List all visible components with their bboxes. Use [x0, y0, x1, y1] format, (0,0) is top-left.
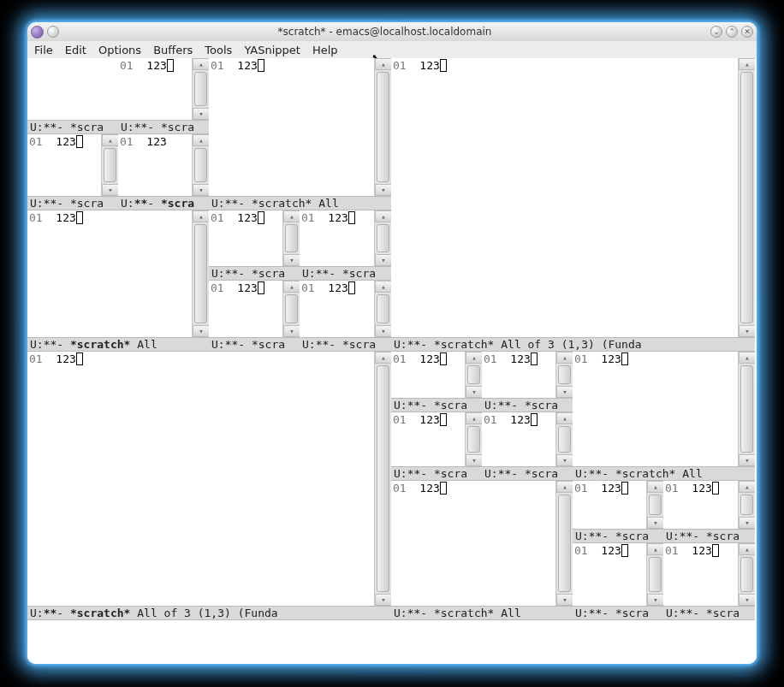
modeline: U:**- *scratch* All of 3 (1,3) (Funda — [27, 606, 391, 620]
pane[interactable]: 01 123 ▴▾ — [27, 352, 391, 606]
modeline: U:**- *scratch* All — [209, 196, 391, 210]
sticky-button[interactable] — [47, 26, 59, 38]
modeline: U:**- *scra — [300, 337, 391, 352]
modeline: U:**- *scra — [27, 196, 118, 210]
modeline: U:**- *scratch* All — [27, 337, 209, 352]
modeline: U:**- *scra — [391, 398, 482, 412]
pane[interactable]: 01 123 ▴▾ — [391, 481, 573, 606]
menu-buffers[interactable]: Buffers — [148, 42, 198, 58]
modeline: U:**- *scra — [118, 120, 209, 134]
menu-yasnippet[interactable]: YASnippet — [239, 42, 306, 58]
pane[interactable]: 01 123 ▴▾ — [209, 58, 391, 196]
minimize-button[interactable]: ⌄ — [710, 26, 722, 38]
modeline: U:**- *scra — [27, 120, 118, 134]
pane[interactable]: 01 123 ▴▾ — [573, 481, 663, 529]
scrollbar[interactable]: ▴▾ — [192, 58, 209, 120]
window-frame: *scratch* - emacs@localhost.localdomain … — [27, 22, 757, 664]
pane[interactable]: 01 123 ▴▾ — [27, 134, 118, 196]
pane[interactable]: 01 123 ▴▾ — [118, 58, 209, 120]
pane[interactable]: 01 123 ▴▾ — [573, 352, 755, 466]
titlebar[interactable]: *scratch* - emacs@localhost.localdomain … — [27, 22, 757, 41]
modeline: U:**- *scratch* All of 3 (1,3) (Funda — [391, 337, 755, 352]
modeline: U:**- *scra — [118, 196, 209, 210]
pane[interactable]: 01 123 ▴▾ — [27, 210, 209, 337]
modeline: U:**- *scra — [482, 398, 573, 412]
modeline: U:**- *scra — [482, 466, 573, 481]
menu-tools[interactable]: Tools — [199, 42, 237, 58]
modeline: U:**- *scra — [209, 266, 300, 281]
modeline: U:**- *scra — [663, 606, 755, 620]
menu-bar[interactable]: File Edit Options Buffers Tools YASnippe… — [27, 41, 757, 58]
menu-file[interactable]: File — [29, 42, 58, 58]
modeline: U:**- *scra — [663, 529, 755, 543]
modeline: U:**- *scra — [300, 266, 391, 281]
pane[interactable]: 01 123 ▴▾ — [209, 281, 300, 337]
modeline: U:**- *scra — [391, 466, 482, 481]
pane[interactable]: 01 123 ▴▾ — [209, 210, 300, 266]
pane[interactable]: 01 123 ▴▾ — [573, 543, 663, 606]
pane[interactable]: 01 123 ▴▾ — [300, 281, 391, 337]
minibuffer[interactable] — [27, 649, 757, 664]
modeline: U:**- *scra — [573, 606, 663, 620]
pane[interactable]: 01 123 ▴▾ — [391, 58, 755, 337]
pane[interactable]: 01 123 ▴▾ — [391, 352, 482, 398]
close-button[interactable]: ✕ — [741, 26, 753, 38]
pane[interactable]: 01 123 ▴▾ — [482, 352, 573, 398]
menu-options[interactable]: Options — [93, 42, 146, 58]
modeline: U:**- *scratch* All — [391, 606, 573, 620]
pane[interactable]: 01 123 ▴▾ — [391, 412, 482, 466]
menu-edit[interactable]: Edit — [60, 42, 92, 58]
pane[interactable]: 01 123 ▴▾ — [663, 543, 755, 606]
app-menu-icon[interactable] — [31, 26, 44, 38]
modeline: U:**- *scra — [573, 529, 663, 543]
window-title: *scratch* - emacs@localhost.localdomain — [59, 26, 710, 38]
pane[interactable]: 01 123 ▴▾ — [663, 481, 755, 529]
pane[interactable]: 01 123 ▴▾ — [482, 412, 573, 466]
pane[interactable]: 01 123 ▴▾ — [300, 210, 391, 266]
modeline: U:**- *scra — [209, 337, 300, 352]
menu-help[interactable]: Help — [307, 42, 343, 58]
pane[interactable]: 01 123 ▴▾ — [118, 134, 209, 196]
emacs-area: ⬉ 01 123 ▴▾ 01 123 ▴▾ U:**- *scra U:**- … — [27, 58, 757, 664]
modeline: U:**- *scratch* All — [573, 466, 755, 481]
maximize-button[interactable]: ⌃ — [726, 26, 738, 38]
